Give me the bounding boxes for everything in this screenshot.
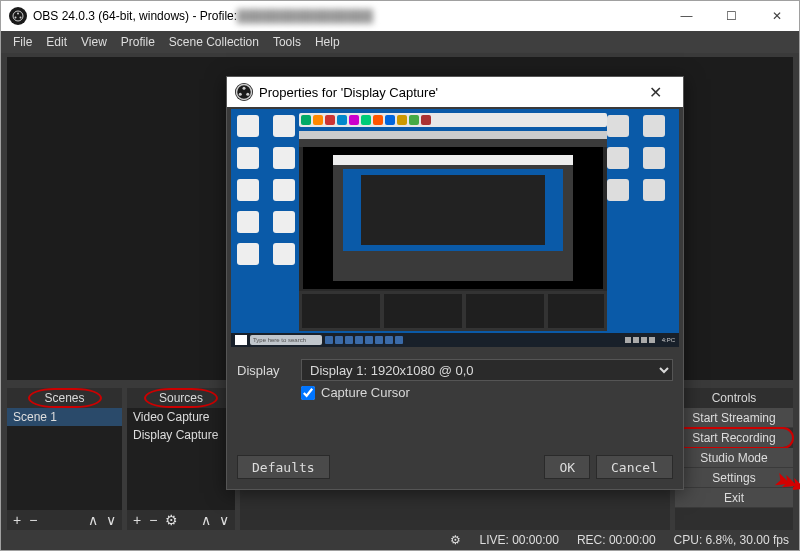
exit-button[interactable]: Exit [675,488,793,508]
status-live: LIVE: 00:00:00 [479,533,558,547]
window-title-redacted: ████████████████ [237,9,373,23]
desktop-icon [237,179,259,201]
sources-header: Sources [127,388,235,408]
menu-file[interactable]: File [7,35,38,49]
desktop-icon [607,179,629,201]
svg-point-6 [239,93,242,96]
desktop-icon [643,147,665,169]
desktop-icon [237,115,259,137]
display-capture-preview: Type here to search 4:PC [231,109,679,347]
display-label: Display [237,363,293,378]
dialog-buttons: Defaults OK Cancel [227,447,683,489]
desktop-icon [607,115,629,137]
preview-taskbar: Type here to search 4:PC [231,333,679,347]
sources-panel: Sources Video Capture Display Capture + … [127,388,235,530]
taskbar-search: Type here to search [250,335,322,345]
sources-list[interactable]: Video Capture Display Capture [127,408,235,510]
menu-tools[interactable]: Tools [267,35,307,49]
desktop-icon [643,115,665,137]
dialog-title: Properties for 'Display Capture' [259,85,438,100]
sources-add-button[interactable]: + [133,512,141,528]
scenes-header: Scenes [7,388,122,408]
desktop-icon [273,243,295,265]
settings-button[interactable]: Settings➤➤➤ [675,468,793,488]
window-title: OBS 24.0.3 (64-bit, windows) - Profile: [33,9,237,23]
scenes-add-button[interactable]: + [13,512,21,528]
source-row[interactable]: Display Capture [127,426,235,444]
scenes-down-button[interactable]: ∨ [106,512,116,528]
start-recording-button[interactable]: Start Recording [675,428,793,448]
svg-point-5 [243,87,246,90]
desktop-icon [273,115,295,137]
scenes-remove-button[interactable]: − [29,512,37,528]
cancel-button[interactable]: Cancel [596,455,673,479]
source-row[interactable]: Video Capture [127,408,235,426]
scenes-list[interactable]: Scene 1 [7,408,122,510]
maximize-button[interactable]: ☐ [709,1,754,31]
svg-point-1 [17,13,19,15]
defaults-button[interactable]: Defaults [237,455,330,479]
statusbar: ⚙ LIVE: 00:00:00 REC: 00:00:00 CPU: 6.8%… [1,530,799,550]
desktop-icon [237,243,259,265]
desktop-icon [237,211,259,233]
statusbar-settings-icon[interactable]: ⚙ [450,533,461,547]
scene-row[interactable]: Scene 1 [7,408,122,426]
menu-edit[interactable]: Edit [40,35,73,49]
sources-down-button[interactable]: ∨ [219,512,229,528]
minimize-button[interactable]: — [664,1,709,31]
preview-app-row [299,113,607,127]
capture-cursor-label: Capture Cursor [321,385,410,400]
close-button[interactable]: ✕ [754,1,799,31]
sources-settings-button[interactable]: ⚙ [165,512,178,528]
svg-point-2 [15,17,17,19]
properties-dialog: Properties for 'Display Capture' ✕ Type … [226,76,684,490]
menu-profile[interactable]: Profile [115,35,161,49]
controls-header: Controls [675,388,793,408]
desktop-icon [273,147,295,169]
status-cpu: CPU: 6.8%, 30.00 fps [674,533,789,547]
start-streaming-button[interactable]: Start Streaming [675,408,793,428]
sources-up-button[interactable]: ∧ [201,512,211,528]
scenes-up-button[interactable]: ∧ [88,512,98,528]
start-icon [235,335,247,345]
capture-cursor-checkbox[interactable] [301,386,315,400]
status-rec: REC: 00:00:00 [577,533,656,547]
desktop-icon [273,211,295,233]
desktop-icon [643,179,665,201]
svg-point-3 [20,17,22,19]
studio-mode-button[interactable]: Studio Mode [675,448,793,468]
titlebar: OBS 24.0.3 (64-bit, windows) - Profile: … [1,1,799,31]
dialog-form: Display Display 1: 1920x1080 @ 0,0 Captu… [227,351,683,400]
taskbar-clock: 4:PC [662,337,675,343]
desktop-icon [607,147,629,169]
display-select[interactable]: Display 1: 1920x1080 @ 0,0 [301,359,673,381]
menu-help[interactable]: Help [309,35,346,49]
menubar: File Edit View Profile Scene Collection … [1,31,799,53]
desktop-icon [237,147,259,169]
sources-remove-button[interactable]: − [149,512,157,528]
recursive-preview [299,131,607,331]
menu-view[interactable]: View [75,35,113,49]
svg-point-7 [246,93,249,96]
dialog-close-button[interactable]: ✕ [635,83,675,102]
menu-scene-collection[interactable]: Scene Collection [163,35,265,49]
controls-panel: Controls Start Streaming Start Recording… [675,388,793,530]
obs-logo-icon [9,7,27,25]
obs-logo-icon [235,83,253,101]
dialog-titlebar: Properties for 'Display Capture' ✕ [227,77,683,107]
desktop-icon [273,179,295,201]
ok-button[interactable]: OK [544,455,590,479]
scenes-panel: Scenes Scene 1 + − ∧ ∨ [7,388,122,530]
